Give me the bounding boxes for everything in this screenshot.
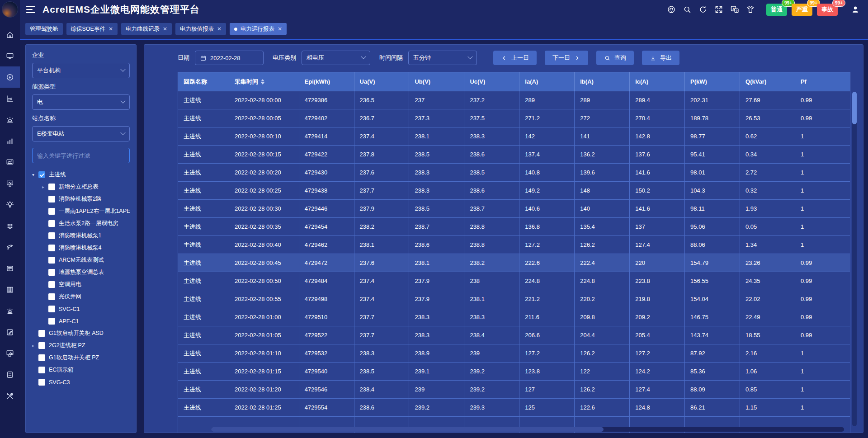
- tree-item-13[interactable]: G1软启动开关柜 ASD: [32, 327, 130, 339]
- tree-expand-icon[interactable]: ▸: [42, 184, 48, 189]
- tree-item-9[interactable]: 空调用电: [32, 278, 130, 291]
- rail-item-edit[interactable]: [0, 321, 20, 343]
- table-row-14[interactable]: 主进线2022-02-28 01:104729532238.3238.92391…: [178, 344, 850, 363]
- table-row-12[interactable]: 主进线2022-02-28 01:004729510237.7238.3238.…: [178, 308, 850, 326]
- alarm-button-0[interactable]: 普通 99+: [766, 4, 787, 16]
- tree-item-4[interactable]: 生活水泵2路一层弱电房: [32, 217, 130, 230]
- tree-item-7[interactable]: ARCM无线表测试: [32, 254, 130, 266]
- table-row-0[interactable]: 主进线2022-02-28 00:004729386236.5237237.22…: [178, 91, 850, 109]
- table-row-9[interactable]: 主进线2022-02-28 00:454729472237.6238.1238.…: [178, 254, 850, 272]
- tab-2[interactable]: 电力曲线记录✕: [121, 23, 172, 35]
- tree-item-11[interactable]: SVG-C1: [32, 303, 130, 315]
- tree-item-10[interactable]: 光伏并网: [32, 291, 130, 303]
- tree-item-2[interactable]: 消防栓机械泵2路: [32, 193, 130, 205]
- fullscreen-icon[interactable]: [714, 5, 723, 14]
- tree-checkbox[interactable]: [48, 196, 55, 203]
- company-select[interactable]: 平台机构: [32, 63, 130, 78]
- tree-checkbox[interactable]: [48, 232, 55, 239]
- prev-day-button[interactable]: 上一日: [493, 51, 537, 65]
- rail-item-panel-card[interactable]: [0, 258, 20, 279]
- rail-item-energy[interactable]: [0, 66, 20, 88]
- tree-checkbox[interactable]: [48, 184, 55, 190]
- rail-item-camera[interactable]: [0, 236, 20, 258]
- tree-checkbox[interactable]: [48, 293, 55, 300]
- tab-close-icon[interactable]: ✕: [217, 26, 222, 32]
- table-row-6[interactable]: 主进线2022-02-28 00:304729446237.9238.5238.…: [178, 200, 850, 218]
- tree-filter-input[interactable]: [32, 148, 130, 163]
- tree-item-17[interactable]: SVG-C3: [32, 376, 130, 388]
- rail-item-bar-chart[interactable]: [0, 130, 20, 151]
- tab-close-icon[interactable]: ✕: [163, 26, 167, 32]
- tree-checkbox[interactable]: [38, 342, 45, 349]
- rail-item-alarm-siren[interactable]: [0, 109, 20, 130]
- tree-checkbox[interactable]: [48, 306, 55, 312]
- tree-expand-icon[interactable]: ▾: [32, 172, 38, 177]
- tab-3[interactable]: 电力极值报表✕: [175, 23, 226, 35]
- avatar[interactable]: [2, 1, 18, 18]
- vertical-scrollbar-thumb[interactable]: [852, 92, 857, 124]
- tree-item-5[interactable]: 消防喷淋机械泵1: [32, 230, 130, 242]
- tree-item-3[interactable]: 一层南1APE2右一层北1APE1左: [32, 205, 130, 217]
- table-row-13[interactable]: 主进线2022-02-28 01:054729522237.7238.3238.…: [178, 326, 850, 344]
- support-icon[interactable]: [667, 5, 676, 14]
- interval-select[interactable]: 五分钟: [408, 51, 477, 65]
- tree-item-6[interactable]: 消防喷淋机械泵4: [32, 242, 130, 254]
- rail-item-bulb[interactable]: [0, 194, 20, 215]
- export-button[interactable]: 导出: [642, 51, 679, 65]
- tree-checkbox[interactable]: [38, 354, 45, 361]
- rail-item-keypad[interactable]: [0, 215, 20, 236]
- tree-item-1[interactable]: ▸ 新增分立柜总表: [32, 181, 130, 193]
- rail-item-cabinet[interactable]: [0, 279, 20, 300]
- tree-checkbox[interactable]: [48, 220, 55, 227]
- table-row-8[interactable]: 主进线2022-02-28 00:404729462238.1238.6238.…: [178, 236, 850, 254]
- table-row-2[interactable]: 主进线2022-02-28 00:104729414237.4238.1238.…: [178, 127, 850, 146]
- date-picker[interactable]: 2022-02-28: [195, 51, 264, 65]
- tree-checkbox[interactable]: [38, 379, 45, 386]
- tree-checkbox[interactable]: [48, 281, 55, 288]
- translate-icon[interactable]: A文: [730, 5, 739, 14]
- next-day-button[interactable]: 下一日: [545, 51, 588, 65]
- refresh-icon[interactable]: [698, 5, 708, 14]
- rail-item-monitor-pulse[interactable]: [0, 173, 20, 194]
- tab-close-icon[interactable]: ✕: [278, 26, 282, 32]
- tree-checkbox[interactable]: [48, 318, 55, 325]
- horizontal-scrollbar-thumb[interactable]: [211, 427, 604, 432]
- tree-checkbox[interactable]: [48, 208, 55, 215]
- tree-item-12[interactable]: APF-C1: [32, 315, 130, 327]
- alarm-button-2[interactable]: 事故 99+: [817, 4, 838, 16]
- hamburger-icon[interactable]: [26, 6, 35, 13]
- tree-item-8[interactable]: 地源热泵空调总表: [32, 266, 130, 278]
- table-row-17[interactable]: 主进线2022-02-28 01:254729554238.6239.2239.…: [178, 399, 850, 417]
- table-row-4[interactable]: 主进线2022-02-28 00:204729430237.6238.3238.…: [178, 164, 850, 182]
- station-select[interactable]: E楼变电站: [32, 126, 130, 141]
- tree-checkbox[interactable]: [48, 269, 55, 276]
- voltage-type-select[interactable]: 相电压: [302, 51, 370, 65]
- tree-expand-icon[interactable]: ▸: [32, 343, 38, 348]
- query-button[interactable]: 查询: [596, 51, 634, 65]
- tree-item-15[interactable]: G1软启动开关柜 PZ: [32, 352, 130, 364]
- energy-type-select[interactable]: 电: [32, 94, 130, 110]
- tree-item-14[interactable]: ▸ 2G2进线柜 PZ: [32, 339, 130, 352]
- tree-checkbox[interactable]: [48, 257, 55, 264]
- rail-item-alarm-light[interactable]: [0, 300, 20, 321]
- rail-item-line-chart[interactable]: [0, 151, 20, 173]
- user-icon[interactable]: [851, 5, 860, 14]
- table-row-15[interactable]: 主进线2022-02-28 01:154729540238.5239.1239.…: [178, 363, 850, 381]
- theme-icon[interactable]: [746, 5, 755, 14]
- tab-close-icon[interactable]: ✕: [108, 26, 113, 32]
- tree-item-16[interactable]: EC演示箱: [32, 364, 130, 376]
- table-row-5[interactable]: 主进线2022-02-28 00:254729438237.7238.3238.…: [178, 182, 850, 200]
- tab-1[interactable]: 综保SOE事件✕: [66, 23, 118, 35]
- tree-checkbox[interactable]: [38, 171, 45, 178]
- table-row-11[interactable]: 主进线2022-02-28 00:554729498237.4237.9238.…: [178, 290, 850, 308]
- column-header-1[interactable]: 采集时间: [229, 72, 299, 91]
- table-row-10[interactable]: 主进线2022-02-28 00:504729484237.4237.92382…: [178, 272, 850, 290]
- rail-item-screen[interactable]: [0, 45, 20, 66]
- tree-checkbox[interactable]: [38, 367, 45, 373]
- tree-checkbox[interactable]: [48, 245, 55, 251]
- table-row-16[interactable]: 主进线2022-02-28 01:204729546238.4239239.21…: [178, 381, 850, 399]
- sort-icon[interactable]: [261, 79, 264, 85]
- tab-0[interactable]: 管理驾驶舱: [25, 23, 63, 35]
- table-row-1[interactable]: 主进线2022-02-28 00:054729402236.7237.3237.…: [178, 109, 850, 127]
- tab-4[interactable]: 电力运行报表✕: [230, 23, 287, 35]
